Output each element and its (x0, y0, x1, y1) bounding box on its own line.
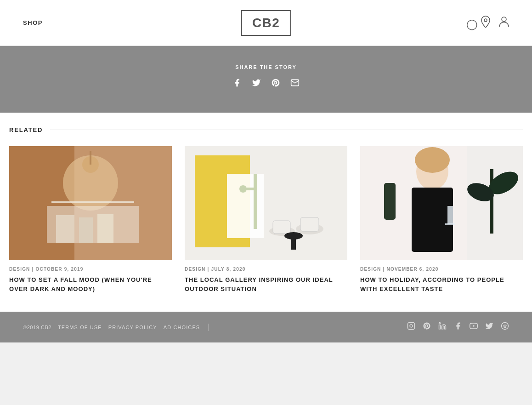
footer-privacy-link[interactable]: PRIVACY POLICY (108, 325, 157, 330)
shop-link[interactable]: SHOP (23, 19, 43, 26)
logo-wrap: CB2 (241, 10, 291, 36)
svg-marker-40 (473, 325, 475, 327)
site-header: SHOP CB2 ◯ (0, 0, 532, 46)
related-card-3[interactable]: DESIGN | NOVEMBER 6, 2020 HOW TO HOLIDAY… (360, 146, 523, 293)
svg-rect-32 (384, 183, 396, 220)
svg-point-1 (502, 17, 506, 22)
svg-rect-15 (227, 174, 264, 238)
svg-rect-31 (445, 223, 455, 225)
related-card-2[interactable]: DESIGN | JULY 8, 2020 THE LOCAL GALLERY … (185, 146, 347, 293)
svg-rect-11 (90, 151, 91, 165)
email-share-icon[interactable] (290, 78, 300, 90)
linkedin-icon[interactable] (438, 322, 447, 332)
footer-socials (407, 322, 509, 332)
cards-grid: DESIGN | OCTOBER 9, 2019 HOW TO SET A FA… (9, 146, 523, 293)
svg-point-39 (439, 323, 441, 324)
card2-title: THE LOCAL GALLERY INSPIRING OUR IDEAL OU… (185, 275, 347, 293)
svg-point-28 (415, 147, 450, 173)
svg-point-0 (484, 19, 487, 22)
svg-rect-17 (300, 217, 319, 231)
site-footer: ©2019 CB2 TERMS OF USE PRIVACY POLICY AD… (0, 312, 532, 342)
footer-left: ©2019 CB2 TERMS OF USE PRIVACY POLICY AD… (23, 324, 407, 331)
related-divider (50, 130, 523, 130)
footer-divider (208, 324, 209, 331)
header-right: ◯ (466, 16, 509, 30)
card1-meta: DESIGN | OCTOBER 9, 2019 (9, 267, 172, 272)
facebook-icon[interactable] (454, 322, 462, 332)
svg-rect-29 (412, 188, 453, 252)
share-icons (0, 78, 532, 90)
svg-rect-5 (51, 201, 134, 203)
user-icon[interactable] (499, 16, 509, 30)
related-card-1[interactable]: DESIGN | OCTOBER 9, 2019 HOW TO SET A FA… (9, 146, 172, 293)
location-icon[interactable]: ◯ (466, 16, 491, 30)
share-section: SHARE THE STORY (0, 46, 532, 113)
instagram-icon[interactable] (407, 322, 415, 332)
card1-image (9, 146, 172, 260)
svg-rect-36 (408, 323, 415, 330)
svg-rect-21 (291, 236, 296, 250)
svg-rect-30 (447, 206, 453, 224)
header-left: SHOP (23, 19, 43, 26)
svg-rect-33 (490, 169, 493, 234)
facebook-share-icon[interactable] (232, 78, 242, 90)
svg-point-24 (239, 185, 247, 193)
related-section: RELATED DESIGN | O (0, 113, 532, 312)
svg-rect-8 (79, 217, 93, 243)
svg-rect-22 (254, 174, 257, 229)
share-label: SHARE THE STORY (0, 64, 532, 70)
footer-terms-link[interactable]: TERMS OF USE (58, 325, 102, 330)
svg-rect-9 (97, 214, 113, 243)
card2-meta: DESIGN | JULY 8, 2020 (185, 267, 347, 272)
pinterest-icon[interactable] (423, 322, 431, 332)
card3-image (360, 146, 523, 260)
svg-rect-19 (273, 221, 290, 234)
card3-meta: DESIGN | NOVEMBER 6, 2020 (360, 267, 523, 272)
footer-copyright: ©2019 CB2 (23, 325, 51, 330)
svg-rect-38 (439, 325, 441, 329)
card3-title: HOW TO HOLIDAY, ACCORDING TO PEOPLE WITH… (360, 275, 523, 293)
card1-title: HOW TO SET A FALL MOOD (WHEN YOU'RE OVER… (9, 275, 172, 293)
pinterest-share-icon[interactable] (271, 78, 280, 90)
related-title: RELATED (9, 126, 43, 133)
related-header: RELATED (9, 126, 523, 133)
svg-rect-7 (56, 215, 74, 243)
spotify-icon[interactable] (501, 322, 509, 332)
svg-rect-26 (467, 146, 523, 260)
card2-image (185, 146, 347, 260)
youtube-icon[interactable] (470, 322, 478, 332)
twitter-icon[interactable] (485, 322, 493, 332)
svg-rect-3 (9, 146, 74, 260)
footer-adchoices-link[interactable]: AD CHOICES (164, 325, 200, 330)
twitter-share-icon[interactable] (252, 78, 261, 90)
site-logo[interactable]: CB2 (241, 10, 291, 36)
